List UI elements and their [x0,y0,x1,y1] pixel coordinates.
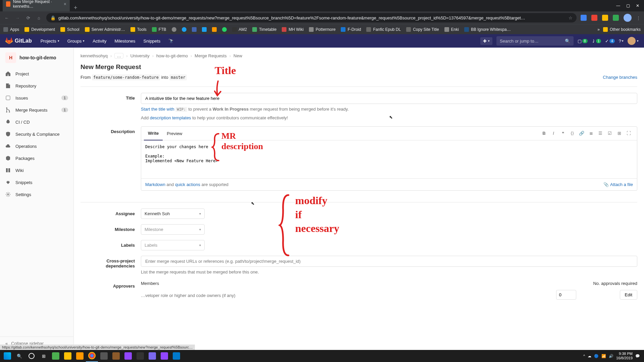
bookmark[interactable] [212,27,217,32]
sidebar-item-snippets[interactable]: Snippets [0,176,73,188]
bookmark[interactable] [172,27,176,32]
nav-projects[interactable]: Projects ▾ [37,35,63,47]
bookmarks-overflow[interactable]: » [597,27,600,32]
quote-button[interactable]: ❝ [560,131,566,136]
nav-binoculars-icon[interactable]: 🔭 [165,35,177,47]
cross-project-input[interactable] [141,256,637,267]
nav-snippets[interactable]: Snippets [140,35,164,47]
preview-tab[interactable]: Preview [163,127,186,140]
sidebar-item-wiki[interactable]: Wiki [0,164,73,176]
bookmark[interactable]: FTB [152,27,166,32]
reload-button[interactable]: ⟳ [25,14,32,21]
breadcrumb-more[interactable]: … [114,53,123,59]
bold-button[interactable]: B [541,131,547,136]
home-button[interactable]: ⌂ [36,14,42,21]
markdown-link[interactable]: Markdown [145,182,165,187]
table-button[interactable]: ⊞ [616,131,622,136]
labels-dropdown[interactable]: Labels ▾ [141,240,205,250]
fullscreen-button[interactable]: ⛶ [626,131,632,136]
browser-tab[interactable]: New Merge Request · kenneths… × [3,0,70,11]
breadcrumb-item[interactable]: kennethsohyq [80,53,108,58]
search-box[interactable]: 🔍 [496,36,574,46]
bookmark[interactable]: AM2 [232,27,247,32]
breadcrumb-item[interactable]: how-to-git-demo [156,53,188,58]
plus-dropdown[interactable]: ✚ ▾ [480,37,492,45]
bookmark[interactable] [202,27,207,32]
bookmark[interactable]: MH Wiki [282,27,304,32]
edit-approvers-button[interactable]: Edit [620,290,637,300]
mrs-counter[interactable]: ⤸1 [592,39,601,44]
nav-milestones[interactable]: Milestones [111,35,139,47]
attach-file-link[interactable]: 📎 Attach a file [603,182,633,187]
italic-button[interactable]: I [550,131,556,136]
sidebar-item-repository[interactable]: Repository [0,80,73,92]
bookmark[interactable] [222,27,227,32]
todos-counter[interactable]: ✓4 [605,39,615,44]
description-templates-link[interactable]: description templates [150,115,191,120]
breadcrumb-item[interactable]: University [130,53,150,58]
sidebar-item-security[interactable]: Security & Compliance [0,128,73,140]
task-list-button[interactable]: ☑ [607,131,613,136]
bullet-list-button[interactable]: ≣ [588,131,594,136]
sidebar-project-header[interactable]: H how-to-git-demo [0,48,73,68]
bookmark[interactable] [192,27,197,32]
sidebar-item-packages[interactable]: Packages [0,152,73,164]
user-menu[interactable]: ▾ [628,37,639,45]
other-bookmarks[interactable]: Other bookmarks [603,27,641,32]
bookmark[interactable]: Pottermore [309,27,335,32]
close-tab-icon[interactable]: × [64,1,66,7]
forward-button[interactable]: → [14,14,21,21]
bookmark[interactable]: Enki [444,27,459,32]
maximize-button[interactable]: ▢ [626,3,630,8]
assignee-dropdown[interactable]: Kenneth Soh ▾ [141,208,205,219]
wip-start-link[interactable]: Start the title with [141,107,174,112]
star-icon[interactable]: ☆ [569,15,573,20]
nav-groups[interactable]: Groups ▾ [64,35,88,47]
breadcrumb-item[interactable]: Merge Requests [195,53,226,58]
search-input[interactable] [500,39,565,44]
ext-icon[interactable] [591,15,597,21]
help-dropdown[interactable]: ? ▾ [619,39,624,44]
profile-avatar[interactable] [624,14,632,22]
nav-activity[interactable]: Activity [89,35,110,47]
sidebar-item-merge-requests[interactable]: Merge Requests1 [0,104,73,116]
url-input[interactable] [58,15,566,20]
address-bar[interactable]: 🔒 ☆ [46,13,577,22]
sidebar-item-operations[interactable]: Operations [0,140,73,152]
issues-counter[interactable]: ▢8 [578,39,588,44]
code-button[interactable]: ⟨⟩ [569,131,575,136]
description-textarea[interactable] [141,140,637,177]
bookmark[interactable] [182,27,186,32]
bookmark[interactable]: Copy Site Title [406,27,439,32]
new-tab-button[interactable]: + [70,4,82,11]
close-window-button[interactable]: ✕ [636,3,639,8]
bookmark[interactable]: F-Droid [341,27,361,32]
number-list-button[interactable]: ☰ [597,131,603,136]
quick-actions-link[interactable]: quick actions [175,182,200,187]
ext-icon[interactable] [613,15,619,21]
sidebar-item-settings[interactable]: Settings [0,188,73,200]
bookmark[interactable]: School [60,27,79,32]
sidebar-item-issues[interactable]: Issues1 [0,92,73,104]
ext-icon[interactable] [602,15,608,21]
menu-icon[interactable]: ⋮ [636,15,641,20]
ext-icon[interactable] [581,15,587,21]
bookmark-apps[interactable]: Apps [3,27,19,32]
bookmark[interactable]: BB Ignore Whitespa… [464,27,511,32]
bookmark[interactable]: Development [24,27,55,32]
link-button[interactable]: 🔗 [579,131,585,136]
write-tab[interactable]: Write [144,127,163,140]
sidebar-item-cicd[interactable]: CI / CD [0,116,73,128]
bookmark[interactable]: Server Administr… [85,27,125,32]
approvals-required-input[interactable] [556,290,576,300]
gitlab-logo[interactable]: GitLab [5,37,32,45]
change-branches-link[interactable]: Change branches [603,75,637,80]
back-button[interactable]: ← [3,14,10,21]
minimize-button[interactable]: — [616,3,620,8]
title-input[interactable] [141,93,637,104]
bookmark[interactable]: Timetable [252,27,276,32]
bookmark[interactable]: Fanfic Epub DL [366,27,401,32]
milestone-dropdown[interactable]: Milestone ▾ [141,224,205,235]
sidebar-item-project[interactable]: Project [0,68,73,80]
bookmark[interactable]: Tools [130,27,147,32]
